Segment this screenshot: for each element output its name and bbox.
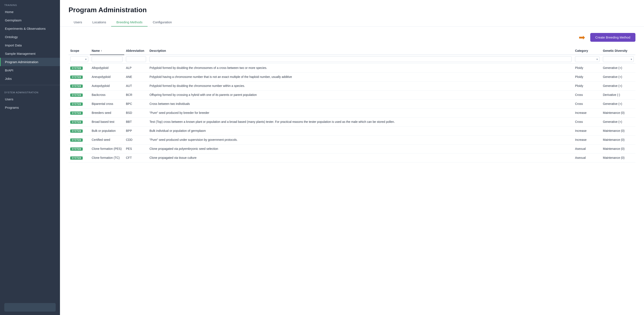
col-header-genetic-diversity: Genetic Diversity bbox=[601, 47, 636, 55]
scope-badge: SYSTEM bbox=[70, 102, 83, 106]
cell-name: Broad based test bbox=[90, 117, 124, 126]
table-row: SYSTEM Bulk or population BPP Bulk indiv… bbox=[68, 126, 636, 135]
arrow-indicator: ➡ bbox=[579, 33, 585, 41]
scope-badge: SYSTEM bbox=[70, 66, 83, 70]
cell-scope: SYSTEM bbox=[68, 90, 90, 99]
tab-users[interactable]: Users bbox=[68, 18, 87, 26]
sidebar-item-ontology[interactable]: Ontology bbox=[0, 33, 60, 41]
cell-category: Ploidy bbox=[573, 63, 601, 72]
sidebar-item-home[interactable]: Home bbox=[0, 8, 60, 16]
cell-genetic-diversity: Generative (+) bbox=[601, 81, 636, 90]
sidebar: Training Home Germplasm Experiments & Ob… bbox=[0, 0, 60, 315]
filter-scope-cell: SYSTEM bbox=[68, 55, 90, 63]
cell-name: Autopolyploid bbox=[90, 81, 124, 90]
table-row: SYSTEM Allopolyploid ALP Polyploid forme… bbox=[68, 63, 636, 72]
main-content: Program Administration Users Locations B… bbox=[60, 0, 644, 315]
table-row: SYSTEM Clone formation (PES) PES Clone p… bbox=[68, 144, 636, 153]
cell-description: Cross between two individuals bbox=[148, 99, 573, 108]
scope-badge: SYSTEM bbox=[70, 120, 83, 124]
sidebar-item-experiments[interactable]: Experiments & Observations bbox=[0, 24, 60, 33]
cell-genetic-diversity: Maintenance (0) bbox=[601, 108, 636, 117]
cell-description: Bulk individual or population of germpla… bbox=[148, 126, 573, 135]
sidebar-item-programs[interactable]: Programs bbox=[0, 103, 60, 112]
cell-description: Polyploid formed by doubling the chromos… bbox=[148, 63, 573, 72]
toolbar-row: ➡ Create Breeding Method bbox=[68, 33, 636, 42]
cell-description: Clone propagated via polyembryonic seed … bbox=[148, 144, 573, 153]
cell-name: Certified seed bbox=[90, 135, 124, 144]
cell-name: Biparental cross bbox=[90, 99, 124, 108]
cell-scope: SYSTEM bbox=[68, 81, 90, 90]
sidebar-item-brapi[interactable]: BrAPI bbox=[0, 66, 60, 74]
cell-abbreviation: BBT bbox=[124, 117, 148, 126]
scope-badge: SYSTEM bbox=[70, 84, 83, 88]
sidebar-version-box bbox=[4, 303, 56, 312]
scope-badge: SYSTEM bbox=[70, 156, 83, 160]
table-row: SYSTEM Autopolyploid AUT Polyploid forme… bbox=[68, 81, 636, 90]
cell-category: Increase bbox=[573, 135, 601, 144]
cell-description: Polyploid formed by doubling the chromos… bbox=[148, 81, 573, 90]
cell-description: "Pure" seed produced under supervision b… bbox=[148, 135, 573, 144]
cell-category: Cross bbox=[573, 99, 601, 108]
cell-abbreviation: ANE bbox=[124, 72, 148, 81]
tab-breeding-methods[interactable]: Breeding Methods bbox=[111, 18, 148, 26]
sidebar-training-label: Training bbox=[0, 0, 60, 8]
cell-name: Clone formation (TC) bbox=[90, 153, 124, 162]
cell-category: Increase bbox=[573, 108, 601, 117]
table-filter-row: SYSTEM bbox=[68, 55, 636, 63]
cell-abbreviation: BSD bbox=[124, 108, 148, 117]
abbreviation-filter-input[interactable] bbox=[126, 56, 146, 62]
table-row: SYSTEM Clone formation (TC) CFT Clone pr… bbox=[68, 153, 636, 162]
cell-genetic-diversity: Maintenance (0) bbox=[601, 144, 636, 153]
cell-name: Backcross bbox=[90, 90, 124, 99]
sidebar-item-import-data[interactable]: Import Data bbox=[0, 41, 60, 49]
scope-badge: SYSTEM bbox=[70, 111, 83, 115]
cell-abbreviation: CDD bbox=[124, 135, 148, 144]
cell-scope: SYSTEM bbox=[68, 144, 90, 153]
scope-filter-select[interactable]: SYSTEM bbox=[70, 56, 88, 62]
cell-description: Test (Top) cross between a known plant o… bbox=[148, 117, 573, 126]
genetic-diversity-filter-select[interactable]: Generative (+) Derivative (-) Maintenanc… bbox=[603, 56, 634, 62]
sidebar-system-section-label: System Administration bbox=[0, 87, 60, 95]
tab-locations[interactable]: Locations bbox=[87, 18, 111, 26]
cell-description: "Pure" seed produced by breeder for bree… bbox=[148, 108, 573, 117]
cell-category: Cross bbox=[573, 90, 601, 99]
content-area: ➡ Create Breeding Method Scope Name ↑ Ab… bbox=[60, 26, 644, 315]
name-filter-input[interactable] bbox=[92, 56, 122, 62]
col-header-name[interactable]: Name ↑ bbox=[90, 47, 124, 55]
cell-scope: SYSTEM bbox=[68, 153, 90, 162]
cell-description: Offspring formed by crossing a hybrid wi… bbox=[148, 90, 573, 99]
cell-category: Ploidy bbox=[573, 81, 601, 90]
cell-category: Cross bbox=[573, 117, 601, 126]
sidebar-item-users[interactable]: Users bbox=[0, 95, 60, 103]
cell-name: Aneupolyploid bbox=[90, 72, 124, 81]
filter-category-cell: Ploidy Cross Increase Asexual bbox=[573, 55, 601, 63]
cell-abbreviation: CFT bbox=[124, 153, 148, 162]
table-row: SYSTEM Breeders seed BSD "Pure" seed pro… bbox=[68, 108, 636, 117]
table-row: SYSTEM Broad based test BBT Test (Top) c… bbox=[68, 117, 636, 126]
scope-badge: SYSTEM bbox=[70, 75, 83, 79]
sidebar-item-sample-management[interactable]: Sample Management bbox=[0, 49, 60, 58]
cell-scope: SYSTEM bbox=[68, 99, 90, 108]
genetic-diversity-filter-wrapper: Generative (+) Derivative (-) Maintenanc… bbox=[603, 56, 634, 62]
category-filter-select[interactable]: Ploidy Cross Increase Asexual bbox=[575, 56, 600, 62]
table-body: SYSTEM Allopolyploid ALP Polyploid forme… bbox=[68, 63, 636, 162]
description-filter-input[interactable] bbox=[150, 56, 572, 62]
sidebar-item-program-administration[interactable]: Program Administration bbox=[0, 58, 60, 66]
cell-name: Breeders seed bbox=[90, 108, 124, 117]
create-breeding-method-button[interactable]: Create Breeding Method bbox=[590, 33, 636, 42]
scope-badge: SYSTEM bbox=[70, 147, 83, 151]
cell-genetic-diversity: Maintenance (0) bbox=[601, 126, 636, 135]
cell-abbreviation: BPC bbox=[124, 99, 148, 108]
cell-genetic-diversity: Generative (+) bbox=[601, 99, 636, 108]
cell-scope: SYSTEM bbox=[68, 135, 90, 144]
tab-configuration[interactable]: Configuration bbox=[148, 18, 177, 26]
sidebar-item-germplasm[interactable]: Germplasm bbox=[0, 16, 60, 24]
cell-genetic-diversity: Generative (+) bbox=[601, 72, 636, 81]
scope-badge: SYSTEM bbox=[70, 93, 83, 97]
sidebar-item-jobs[interactable]: Jobs bbox=[0, 74, 60, 83]
cell-name: Clone formation (PES) bbox=[90, 144, 124, 153]
sidebar-bottom bbox=[0, 300, 60, 315]
cell-scope: SYSTEM bbox=[68, 126, 90, 135]
cell-category: Asexual bbox=[573, 144, 601, 153]
cell-name: Allopolyploid bbox=[90, 63, 124, 72]
